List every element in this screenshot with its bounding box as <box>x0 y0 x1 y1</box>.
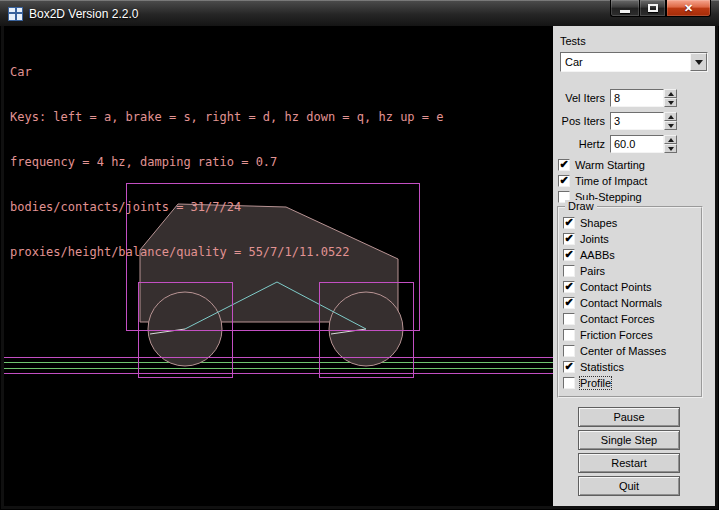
checkbox-label: Contact Points <box>580 281 652 293</box>
proxies-line: proxies/height/balance/quality = 55/7/1/… <box>10 245 443 260</box>
title-bar[interactable]: Box2D Version 2.2.0 ✕ <box>0 0 719 26</box>
spinner-up-button[interactable] <box>664 135 677 144</box>
quit-button[interactable]: Quit <box>578 476 680 496</box>
draw-group: Draw ✔ Shapes ✔ Joints ✔ AABBs ✔ Pairs <box>557 206 703 398</box>
control-panel: Tests Car Vel Iters 8 Pos Iters <box>553 26 715 506</box>
spinner-up-icon <box>668 115 674 119</box>
checkbox-box[interactable]: ✔ <box>563 313 575 325</box>
vel-iters-label: Vel Iters <box>553 92 610 104</box>
chevron-down-icon <box>695 60 703 65</box>
checkbox-box[interactable]: ✔ <box>558 159 570 171</box>
checkbox-profile[interactable]: ✔ Profile <box>559 375 701 391</box>
checkbox-shapes[interactable]: ✔ Shapes <box>559 215 701 231</box>
checkbox-aabbs[interactable]: ✔ AABBs <box>559 247 701 263</box>
single-step-button[interactable]: Single Step <box>578 430 680 450</box>
checkbox-label: Center of Masses <box>580 345 666 357</box>
pos-iters-label: Pos Iters <box>553 115 610 127</box>
checkbox-contact-forces[interactable]: ✔ Contact Forces <box>559 311 701 327</box>
hertz-arrows <box>664 135 677 153</box>
spinner-down-button[interactable] <box>664 144 677 153</box>
pos-iters-arrows <box>664 112 677 130</box>
check-icon: ✔ <box>564 360 574 373</box>
check-icon: ✔ <box>559 174 569 187</box>
check-icon: ✔ <box>564 232 574 245</box>
checkbox-box[interactable]: ✔ <box>558 175 570 187</box>
pos-iters-spinner: Pos Iters 3 <box>553 111 677 131</box>
checkbox-label: Statistics <box>580 361 624 373</box>
check-icon: ✔ <box>564 296 574 309</box>
action-buttons: Pause Single Step Restart Quit <box>553 407 715 496</box>
spinner-down-button[interactable] <box>664 121 677 130</box>
app-window: Box2D Version 2.2.0 ✕ Car Keys: left = a… <box>0 0 719 510</box>
spinner-down-icon <box>668 124 674 128</box>
checkbox-label: Contact Normals <box>580 297 662 309</box>
checkbox-label: Warm Starting <box>575 159 645 171</box>
checkbox-box[interactable]: ✔ <box>563 249 575 261</box>
window-content: Car Keys: left = a, brake = s, right = d… <box>4 26 715 506</box>
checkbox-box[interactable]: ✔ <box>563 377 575 389</box>
restart-button[interactable]: Restart <box>578 453 680 473</box>
hertz-label: Hertz <box>553 138 610 150</box>
checkbox-joints[interactable]: ✔ Joints <box>559 231 701 247</box>
minimize-button[interactable] <box>610 0 639 17</box>
maximize-button[interactable] <box>639 0 666 17</box>
check-icon: ✔ <box>564 280 574 293</box>
stats-line: bodies/contacts/joints = 31/7/24 <box>10 200 443 215</box>
checkbox-friction-forces[interactable]: ✔ Friction Forces <box>559 327 701 343</box>
checkbox-label: Contact Forces <box>580 313 655 325</box>
tests-dropdown[interactable]: Car <box>560 52 708 72</box>
checkbox-time-of-impact[interactable]: ✔ Time of Impact <box>553 173 715 189</box>
checkbox-box[interactable]: ✔ <box>563 233 575 245</box>
checkbox-center-of-masses[interactable]: ✔ Center of Masses <box>559 343 701 359</box>
check-icon: ✔ <box>564 248 574 261</box>
checkbox-contact-points[interactable]: ✔ Contact Points <box>559 279 701 295</box>
spinner-down-button[interactable] <box>664 98 677 107</box>
draw-group-title: Draw <box>565 200 597 212</box>
solver-checkboxes: ✔ Warm Starting ✔ Time of Impact ✔ Sub-S… <box>553 157 715 205</box>
spinner-section: Vel Iters 8 Pos Iters 3 Hert <box>553 88 715 154</box>
test-title: Car <box>10 65 443 80</box>
tests-dropdown-button[interactable] <box>690 53 707 71</box>
keys-help-line: Keys: left = a, brake = s, right = d, hz… <box>10 110 443 125</box>
minimize-icon <box>620 10 630 13</box>
checkbox-statistics[interactable]: ✔ Statistics <box>559 359 701 375</box>
checkbox-box[interactable]: ✔ <box>563 265 575 277</box>
spinner-up-button[interactable] <box>664 89 677 98</box>
hertz-spinner: Hertz 60.0 <box>553 134 677 154</box>
checkbox-box[interactable]: ✔ <box>563 217 575 229</box>
close-button[interactable]: ✕ <box>666 0 711 17</box>
tests-label: Tests <box>560 35 715 48</box>
spinner-up-button[interactable] <box>664 112 677 121</box>
checkbox-box[interactable]: ✔ <box>563 345 575 357</box>
check-icon: ✔ <box>564 216 574 229</box>
pause-button[interactable]: Pause <box>578 407 680 427</box>
check-icon: ✔ <box>559 158 569 171</box>
hertz-field[interactable]: 60.0 <box>610 135 664 153</box>
checkbox-label: Joints <box>580 233 609 245</box>
window-title: Box2D Version 2.2.0 <box>29 7 138 21</box>
checkbox-box[interactable]: ✔ <box>563 297 575 309</box>
spinner-down-icon <box>668 147 674 151</box>
spinner-up-icon <box>668 92 674 96</box>
simulation-canvas[interactable]: Car Keys: left = a, brake = s, right = d… <box>4 26 553 506</box>
window-icon[interactable] <box>8 7 23 21</box>
checkbox-box[interactable]: ✔ <box>563 329 575 341</box>
frequency-line: frequency = 4 hz, damping ratio = 0.7 <box>10 155 443 170</box>
vel-iters-field[interactable]: 8 <box>610 89 664 107</box>
spinner-up-icon <box>668 138 674 142</box>
vel-iters-spinner: Vel Iters 8 <box>553 88 677 108</box>
checkbox-label: Pairs <box>580 265 605 277</box>
spinner-down-icon <box>668 101 674 105</box>
checkbox-pairs[interactable]: ✔ Pairs <box>559 263 701 279</box>
checkbox-box[interactable]: ✔ <box>563 361 575 373</box>
close-icon: ✕ <box>684 1 693 16</box>
checkbox-contact-normals[interactable]: ✔ Contact Normals <box>559 295 701 311</box>
pos-iters-field[interactable]: 3 <box>610 112 664 130</box>
checkbox-label: Profile <box>580 377 611 389</box>
checkbox-label: AABBs <box>580 249 615 261</box>
maximize-icon <box>648 4 658 12</box>
checkbox-label: Shapes <box>580 217 617 229</box>
checkbox-warm-starting[interactable]: ✔ Warm Starting <box>553 157 715 173</box>
checkbox-label: Friction Forces <box>580 329 653 341</box>
checkbox-box[interactable]: ✔ <box>563 281 575 293</box>
